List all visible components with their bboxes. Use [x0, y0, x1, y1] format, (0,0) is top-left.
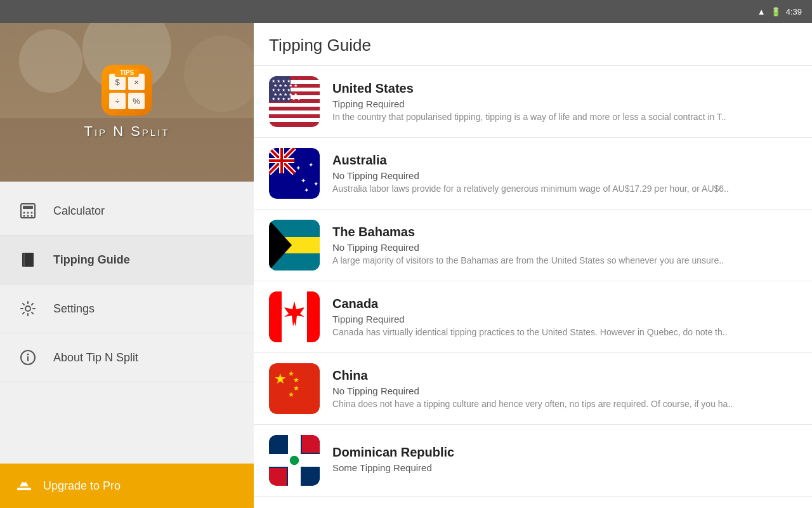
svg-point-5 — [23, 215, 25, 217]
settings-label: Settings — [53, 302, 95, 316]
country-name-bs: The Bahamas — [332, 225, 797, 239]
tips-label: TIPS — [115, 69, 139, 77]
svg-text:✦: ✦ — [301, 177, 306, 184]
svg-point-6 — [27, 215, 29, 217]
flag-do — [269, 435, 320, 486]
svg-text:★ ★ ★ ★ ★: ★ ★ ★ ★ ★ — [273, 83, 298, 88]
signal-icon: ▲ — [757, 7, 766, 17]
sidebar: TIPS $ × ÷ % Tip N Split — [0, 23, 254, 508]
icon-percent: % — [128, 93, 145, 109]
svg-point-13 — [27, 354, 29, 356]
country-info-bs: The Bahamas No Tipping Required A large … — [332, 225, 797, 265]
svg-text:★: ★ — [293, 376, 299, 384]
svg-rect-63 — [269, 468, 287, 486]
country-name-cn: China — [332, 368, 797, 383]
tipping-status-bs: No Tipping Required — [332, 242, 797, 253]
app-title: Tip N Split — [84, 123, 169, 140]
country-info-au: Australia No Tipping Required Australia … — [332, 153, 797, 194]
about-label: About Tip N Split — [53, 351, 138, 364]
icon-divide: ÷ — [109, 93, 126, 109]
flag-us: ★ ★ ★ ★ ★ ★ ★ ★ ★ ★ ★ ★ ★ ★ ★ ★ ★ ★ ★ ★ … — [269, 76, 320, 127]
country-name-do: Dominican Republic — [332, 445, 797, 460]
tipping-status-us: Tipping Required — [332, 98, 797, 109]
tipping-status-cn: No Tipping Required — [332, 385, 797, 396]
tipping-status-au: No Tipping Required — [332, 170, 797, 181]
svg-text:✦: ✦ — [313, 180, 318, 187]
svg-text:✦: ✦ — [304, 187, 309, 194]
country-desc-ca: Canada has virtually identical tipping p… — [332, 327, 776, 337]
sidebar-hero: TIPS $ × ÷ % Tip N Split — [0, 23, 254, 182]
info-icon — [15, 345, 41, 370]
svg-rect-21 — [269, 110, 320, 114]
book-icon — [15, 247, 41, 272]
sidebar-item-about[interactable]: About Tip N Split — [0, 333, 254, 382]
sidebar-item-calculator[interactable]: Calculator — [0, 187, 254, 236]
country-desc-us: In the country that popularised tipping,… — [332, 112, 776, 122]
svg-rect-38 — [280, 148, 283, 173]
calculator-label: Calculator — [53, 204, 105, 218]
flag-ca — [269, 291, 320, 342]
svg-text:★ ★ ★ ★ ★ ★: ★ ★ ★ ★ ★ ★ — [272, 97, 301, 101]
country-list: ★ ★ ★ ★ ★ ★ ★ ★ ★ ★ ★ ★ ★ ★ ★ ★ ★ ★ ★ ★ … — [254, 66, 812, 508]
page-header: Tipping Guide — [254, 23, 812, 66]
tipping-status-ca: Tipping Required — [332, 314, 797, 324]
svg-rect-61 — [269, 435, 287, 453]
svg-point-65 — [289, 455, 299, 465]
svg-text:✦: ✦ — [296, 164, 301, 171]
sidebar-item-tipping-guide[interactable]: Tipping Guide — [0, 236, 254, 284]
country-item-us[interactable]: ★ ★ ★ ★ ★ ★ ★ ★ ★ ★ ★ ★ ★ ★ ★ ★ ★ ★ ★ ★ … — [254, 66, 812, 138]
country-desc-au: Australia labor laws provide for a relat… — [332, 184, 776, 194]
svg-point-4 — [31, 212, 33, 214]
upgrade-button[interactable]: Upgrade to Pro — [0, 464, 254, 508]
country-item-cn[interactable]: ★ ★ ★ ★ ★ China No Tipping Required Chin… — [254, 353, 812, 425]
country-name-au: Australia — [332, 153, 797, 168]
country-name-us: United States — [332, 81, 797, 96]
country-info-do: Dominican Republic Some Tipping Required — [332, 445, 797, 476]
svg-text:★: ★ — [288, 391, 294, 398]
app-container: TIPS $ × ÷ % Tip N Split — [0, 23, 812, 508]
country-info-ca: Canada Tipping Required Canada has virtu… — [332, 297, 797, 337]
calculator-icon — [15, 198, 41, 224]
time: 4:39 — [786, 7, 802, 17]
svg-rect-1 — [23, 206, 33, 209]
app-icon: TIPS $ × ÷ % — [102, 65, 152, 116]
svg-rect-51 — [307, 291, 320, 342]
svg-rect-64 — [302, 468, 320, 486]
svg-text:★: ★ — [274, 371, 287, 387]
country-desc-cn: China does not have a tipping culture an… — [332, 399, 776, 409]
country-desc-bs: A large majority of visitors to the Baha… — [332, 255, 776, 265]
battery-icon: 🔋 — [771, 7, 781, 17]
svg-rect-20 — [269, 103, 320, 107]
svg-rect-9 — [23, 253, 25, 267]
flag-au: ✦ ✦ ✦ ✦ ✦ — [269, 148, 320, 199]
svg-rect-14 — [17, 488, 31, 490]
country-item-do[interactable]: Dominican Republic Some Tipping Required — [254, 425, 812, 497]
svg-point-10 — [25, 306, 30, 311]
flag-bs — [269, 220, 320, 271]
tipping-guide-label: Tipping Guide — [53, 253, 130, 267]
svg-text:✦: ✦ — [308, 161, 313, 168]
main-content: Tipping Guide ★ ★ ★ ★ ★ — [254, 23, 812, 508]
tipping-status-do: Some Tipping Required — [332, 462, 797, 473]
svg-rect-12 — [27, 356, 29, 361]
upgrade-label: Upgrade to Pro — [43, 479, 121, 493]
status-icons: ▲ 🔋 4:39 — [757, 7, 802, 17]
svg-rect-22 — [269, 118, 320, 122]
svg-text:★ ★ ★ ★ ★: ★ ★ ★ ★ ★ — [273, 92, 298, 97]
svg-text:★ ★ ★ ★ ★ ★: ★ ★ ★ ★ ★ ★ — [272, 88, 301, 92]
svg-rect-62 — [302, 435, 320, 453]
country-info-us: United States Tipping Required In the co… — [332, 81, 797, 122]
sidebar-item-settings[interactable]: Settings — [0, 284, 254, 333]
status-bar: ▲ 🔋 4:39 — [0, 0, 812, 23]
sidebar-nav: Calculator Tipping Guide — [0, 182, 254, 464]
country-item-au[interactable]: ✦ ✦ ✦ ✦ ✦ Australia No Tipping Required … — [254, 138, 812, 210]
country-name-ca: Canada — [332, 297, 797, 311]
page-title: Tipping Guide — [269, 36, 797, 55]
upgrade-icon — [15, 475, 33, 497]
country-info-cn: China No Tipping Required China does not… — [332, 368, 797, 409]
country-item-ca[interactable]: Canada Tipping Required Canada has virtu… — [254, 281, 812, 353]
svg-point-2 — [23, 212, 25, 214]
flag-cn: ★ ★ ★ ★ ★ — [269, 363, 320, 414]
country-item-bs[interactable]: The Bahamas No Tipping Required A large … — [254, 210, 812, 281]
svg-text:★ ★ ★ ★ ★ ★: ★ ★ ★ ★ ★ ★ — [272, 79, 301, 83]
